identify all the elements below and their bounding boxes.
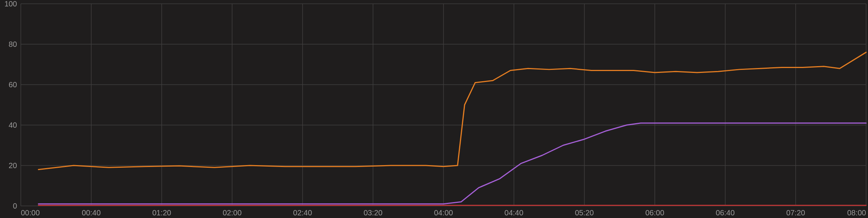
- y-tick-label: 60: [9, 80, 17, 89]
- x-tick-label: 07:20: [786, 209, 805, 217]
- y-tick-label: 80: [9, 40, 17, 48]
- y-tick-label: 100: [5, 0, 17, 8]
- x-tick-label: 02:00: [223, 209, 242, 217]
- x-tick-label: 06:40: [716, 209, 735, 217]
- y-tick-label: 0: [13, 202, 17, 210]
- x-tick-label: 00:00: [21, 209, 40, 217]
- x-tick-label: 00:40: [82, 209, 101, 217]
- x-tick-label: 08:00: [847, 209, 866, 217]
- line-chart: 02040608010000:0000:4001:2002:0002:4003:…: [0, 0, 868, 218]
- series-purple: [39, 123, 866, 204]
- y-tick-label: 40: [9, 121, 17, 129]
- chart-container: 02040608010000:0000:4001:2002:0002:4003:…: [0, 0, 868, 218]
- x-tick-label: 04:00: [434, 209, 453, 217]
- y-tick-label: 20: [9, 161, 17, 170]
- x-tick-label: 05:20: [575, 209, 594, 217]
- x-tick-label: 04:40: [505, 209, 524, 217]
- series-orange: [39, 52, 866, 169]
- x-tick-label: 02:40: [293, 209, 312, 217]
- x-tick-label: 01:20: [152, 209, 171, 217]
- x-tick-label: 06:00: [645, 209, 664, 217]
- x-tick-label: 03:20: [363, 209, 382, 217]
